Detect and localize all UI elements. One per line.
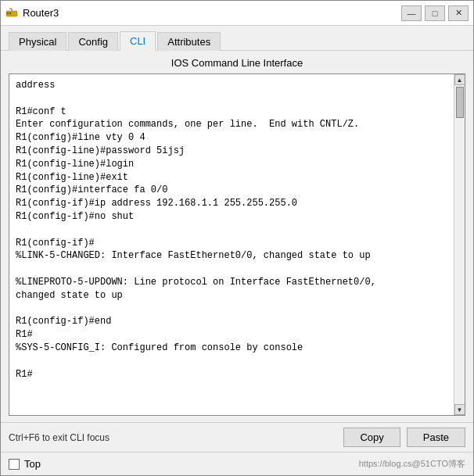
top-checkbox[interactable] — [9, 459, 20, 470]
watermark: https://blog.cs@51CTO博客 — [359, 458, 465, 470]
section-title: IOS Command Line Interface — [9, 57, 465, 69]
scrollbar-track: ▲ ▼ — [454, 74, 465, 415]
tab-cli[interactable]: CLI — [120, 31, 156, 51]
cli-output[interactable]: address R1#conf t Enter configuration co… — [9, 74, 454, 415]
window-title: Router3 — [23, 7, 59, 19]
scrollbar-thumb[interactable] — [456, 87, 464, 118]
scrollbar-up-arrow[interactable]: ▲ — [454, 74, 465, 85]
bottom-buttons: Copy Paste — [343, 428, 465, 447]
bottom-bar: Ctrl+F6 to exit CLI focus Copy Paste — [1, 422, 473, 452]
svg-point-2 — [9, 13, 11, 14]
tab-attributes[interactable]: Attributes — [157, 32, 221, 51]
window: Router3 — □ ✕ Physical Config CLI Attrib… — [0, 0, 474, 476]
close-button[interactable]: ✕ — [448, 5, 469, 21]
cli-hint: Ctrl+F6 to exit CLI focus — [9, 432, 110, 443]
title-bar-left: Router3 — [5, 7, 59, 20]
tab-bar: Physical Config CLI Attributes — [1, 26, 473, 51]
copy-button[interactable]: Copy — [343, 428, 400, 447]
tab-config[interactable]: Config — [68, 32, 118, 51]
tab-physical[interactable]: Physical — [9, 32, 66, 51]
title-bar-controls: — □ ✕ — [401, 5, 469, 21]
title-bar: Router3 — □ ✕ — [1, 1, 473, 26]
scrollbar-down-arrow[interactable]: ▼ — [454, 404, 465, 415]
router-icon — [5, 7, 18, 20]
top-checkbox-area: Top — [9, 458, 41, 470]
content-area: IOS Command Line Interface address R1#co… — [1, 51, 473, 422]
paste-button[interactable]: Paste — [407, 428, 465, 447]
footer-bar: Top https://blog.cs@51CTO博客 — [1, 452, 473, 475]
top-label: Top — [24, 458, 41, 470]
svg-point-1 — [7, 13, 9, 14]
cli-panel: address R1#conf t Enter configuration co… — [9, 73, 465, 416]
maximize-button[interactable]: □ — [425, 5, 445, 21]
minimize-button[interactable]: — — [401, 5, 422, 21]
